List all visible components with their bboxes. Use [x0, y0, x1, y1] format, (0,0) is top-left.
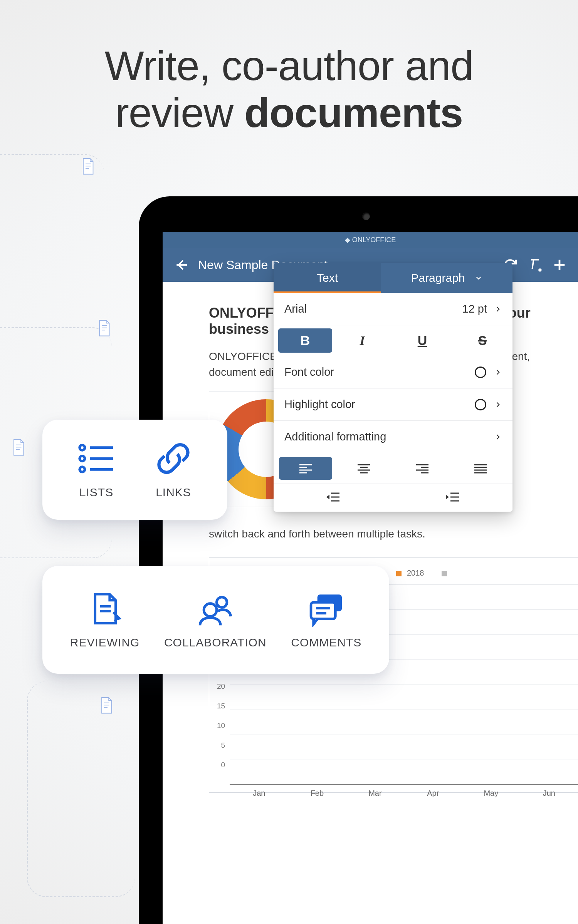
document-icon: [97, 320, 111, 337]
format-popover: Text Paragraph Arial 12 pt B I U S Font …: [274, 263, 512, 512]
feature-lists: LISTS: [77, 440, 116, 499]
review-icon: [86, 591, 124, 627]
color-swatch-icon: [475, 399, 486, 410]
feature-links: LINKS: [154, 440, 193, 499]
feature-card-2: REVIEWING COLLABORATION COMMENTS: [42, 566, 389, 674]
hero-line2-pre: review: [115, 89, 244, 136]
comments-icon: [307, 591, 346, 627]
font-name: Arial: [284, 303, 462, 315]
svg-marker-31: [326, 495, 329, 499]
brand-strip: ◆ ONLYOFFICE: [163, 232, 578, 248]
feature-label: COLLABORATION: [164, 636, 267, 649]
x-tick-label: Jun: [524, 789, 574, 798]
feature-reviewing: REVIEWING: [70, 591, 140, 649]
chevron-right-icon: [494, 433, 502, 441]
svg-point-38: [80, 456, 85, 461]
hero-headline: Write, co-author and review documents: [0, 42, 578, 136]
svg-marker-35: [446, 495, 449, 499]
tab-paragraph[interactable]: Paragraph: [381, 263, 512, 293]
chevron-right-icon: [494, 401, 502, 408]
chevron-right-icon: [494, 368, 502, 376]
align-left-button[interactable]: [279, 457, 332, 480]
brand-name: ONLYOFFICE: [352, 236, 396, 244]
feature-label: LISTS: [79, 486, 113, 499]
color-swatch-icon: [475, 367, 486, 378]
additional-label: Additional formatting: [284, 430, 494, 443]
align-justify-button[interactable]: [454, 457, 507, 480]
indent-row: [274, 484, 512, 512]
x-tick-label: Jan: [234, 789, 284, 798]
list-icon: [77, 440, 116, 477]
underline-button[interactable]: U: [392, 325, 452, 356]
additional-formatting-row[interactable]: Additional formatting: [274, 421, 512, 453]
svg-point-45: [217, 597, 227, 608]
svg-rect-47: [311, 602, 335, 619]
clear-format-icon[interactable]: [527, 257, 543, 273]
feature-label: LINKS: [156, 486, 191, 499]
people-icon: [196, 591, 235, 627]
svg-point-44: [204, 604, 217, 616]
feature-label: REVIEWING: [70, 636, 140, 649]
chevron-right-icon: [494, 305, 502, 313]
bold-button[interactable]: B: [278, 328, 332, 353]
document-icon: [12, 439, 25, 457]
style-row: B I U S: [274, 325, 512, 356]
back-arrow-icon[interactable]: [173, 257, 189, 273]
feature-collaboration: COLLABORATION: [164, 591, 267, 649]
font-color-row[interactable]: Font color: [274, 356, 512, 388]
document-icon: [81, 158, 95, 176]
increase-indent-button[interactable]: [445, 491, 460, 504]
x-tick-label: Feb: [292, 789, 342, 798]
strikethrough-button[interactable]: S: [452, 325, 512, 356]
deco-line: [27, 681, 135, 897]
highlight-row[interactable]: Highlight color: [274, 388, 512, 421]
font-color-label: Font color: [284, 366, 475, 378]
feature-label: COMMENTS: [291, 636, 361, 649]
align-center-button[interactable]: [338, 457, 391, 480]
link-icon: [154, 440, 193, 477]
italic-button[interactable]: I: [332, 325, 392, 356]
document-icon: [99, 697, 113, 715]
svg-point-36: [80, 445, 85, 450]
x-tick-label: May: [466, 789, 516, 798]
doc-paragraph-2: switch back and forth between multiple t…: [209, 526, 563, 542]
hero-line2-bold: documents: [244, 89, 463, 136]
svg-point-40: [80, 467, 85, 472]
x-tick-label: Mar: [350, 789, 400, 798]
decrease-indent-button[interactable]: [326, 491, 341, 504]
align-row: [274, 453, 512, 484]
x-tick-label: Apr: [408, 789, 458, 798]
align-right-button[interactable]: [396, 457, 449, 480]
hero-line1: Write, co-author and: [105, 42, 473, 89]
highlight-label: Highlight color: [284, 398, 475, 411]
chevron-down-icon: [474, 274, 483, 282]
font-size: 12 pt: [462, 303, 487, 315]
plus-icon[interactable]: [552, 257, 567, 273]
tab-text[interactable]: Text: [274, 263, 381, 293]
font-row[interactable]: Arial 12 pt: [274, 293, 512, 325]
popover-tabs: Text Paragraph: [274, 263, 512, 293]
feature-comments: COMMENTS: [291, 591, 361, 649]
feature-card-1: LISTS LINKS: [42, 420, 227, 520]
